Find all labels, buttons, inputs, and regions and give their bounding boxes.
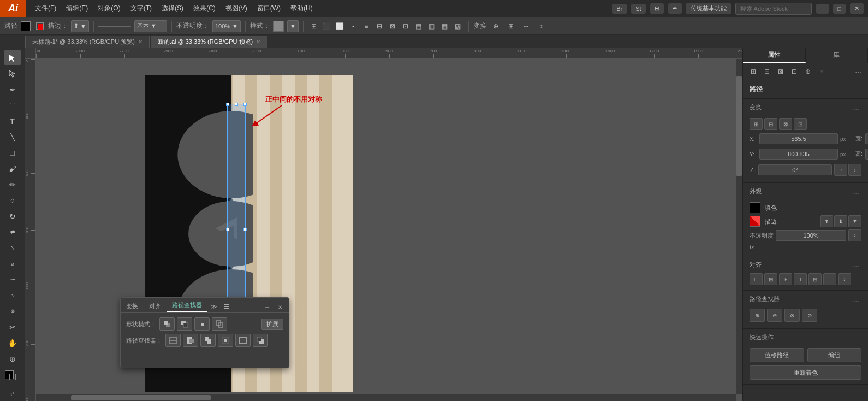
- pathfinder-more[interactable]: ···: [851, 297, 861, 305]
- vscroll-thumb[interactable]: [736, 76, 742, 176]
- transform-icon-1[interactable]: ⊞: [750, 118, 763, 130]
- stroke-down[interactable]: ⬇: [834, 215, 847, 227]
- tool-scissors[interactable]: ✂: [4, 320, 21, 334]
- tbar-align3[interactable]: ⊠: [387, 20, 399, 32]
- vertical-scrollbar[interactable]: [736, 59, 742, 394]
- tbar-align7[interactable]: ▦: [439, 20, 451, 32]
- hscroll-thumb[interactable]: [71, 395, 211, 400]
- stock-btn[interactable]: St: [631, 4, 645, 14]
- pf-trim-btn[interactable]: [183, 334, 198, 347]
- pf-unite[interactable]: ⊕: [750, 309, 765, 322]
- fp-minimize[interactable]: ─: [262, 302, 272, 312]
- fp-tab-transform[interactable]: 变换: [121, 300, 144, 312]
- rpanel-icon-6[interactable]: ≡: [816, 66, 828, 78]
- tool-curvature[interactable]: ⌒: [4, 98, 21, 113]
- align-top[interactable]: ⊤: [794, 273, 807, 285]
- transform-more[interactable]: ···: [851, 105, 861, 114]
- grid-btn[interactable]: ⊞: [650, 3, 664, 14]
- tool-pencil[interactable]: ✏: [4, 177, 21, 192]
- align-center-v[interactable]: ⊟: [808, 273, 822, 285]
- stroke-up[interactable]: ⬆: [820, 215, 833, 227]
- opacity-dropdown[interactable]: 100% ▼: [212, 20, 241, 32]
- menu-object[interactable]: 对象(O): [93, 2, 124, 15]
- align-left[interactable]: ⊨: [750, 273, 763, 285]
- transform-icon-4[interactable]: ⊡: [794, 118, 807, 130]
- rpanel-icon-4[interactable]: ⊡: [788, 66, 800, 78]
- menu-view[interactable]: 视图(V): [221, 2, 252, 15]
- tool-pen[interactable]: ✒: [4, 82, 21, 97]
- tab-1[interactable]: 未标题-1* @ 33.33% (RGB/GPU 预览) ✕: [25, 36, 150, 48]
- rpanel-tab-library[interactable]: 库: [806, 48, 869, 63]
- tbar-select[interactable]: ⊞: [308, 20, 320, 32]
- recolor-btn[interactable]: 重新着色: [750, 365, 861, 380]
- tool-freeform[interactable]: ∿: [4, 288, 21, 303]
- tab-2-close[interactable]: ✕: [256, 39, 260, 45]
- fill-color-swatch[interactable]: [750, 202, 760, 213]
- tbar-align2[interactable]: ⊟: [373, 20, 385, 32]
- style-dropdown[interactable]: ▼: [287, 20, 299, 32]
- sm-minus-front[interactable]: [177, 317, 192, 331]
- pf-minus-back-btn[interactable]: [253, 334, 268, 347]
- menu-effect[interactable]: 效果(C): [189, 2, 220, 15]
- angle-input[interactable]: [758, 164, 832, 175]
- fp-close[interactable]: ✕: [275, 302, 286, 312]
- tbar-flip2[interactable]: ↕: [536, 20, 548, 32]
- tool-hand[interactable]: ✋: [4, 335, 21, 350]
- fp-tab-align[interactable]: 对齐: [144, 300, 167, 312]
- prop-h-input[interactable]: [865, 149, 868, 160]
- tbar-dist[interactable]: ≡: [360, 20, 372, 32]
- group-btn[interactable]: 编组: [807, 348, 862, 362]
- tbar-align-center[interactable]: ⬜: [334, 20, 346, 32]
- rpanel-more[interactable]: ···: [853, 67, 864, 76]
- pf-crop-btn[interactable]: [218, 334, 233, 347]
- stroke-color-swatch[interactable]: [750, 216, 760, 227]
- opacity-input[interactable]: [776, 230, 846, 241]
- tool-reflect[interactable]: ⇌: [4, 225, 21, 239]
- menu-window[interactable]: 窗口(W): [253, 2, 285, 15]
- sm-exclude[interactable]: [212, 317, 227, 331]
- rpanel-icon-5[interactable]: ⊕: [802, 66, 814, 78]
- tbar-align6[interactable]: ▥: [426, 20, 438, 32]
- menu-text[interactable]: 文字(T): [126, 2, 156, 15]
- offset-path-btn[interactable]: 位移路径: [750, 348, 804, 362]
- transform-icon-3[interactable]: ⊠: [779, 118, 792, 130]
- align-bottom[interactable]: ⊥: [823, 273, 836, 285]
- bridge-btn[interactable]: Br: [612, 4, 627, 14]
- sm-intersect[interactable]: [194, 317, 210, 331]
- pf-divide-btn[interactable]: [165, 334, 181, 347]
- pf-outline-btn[interactable]: [235, 334, 251, 347]
- horizontal-scrollbar[interactable]: [36, 394, 736, 401]
- transform-icon-2[interactable]: ⊟: [764, 118, 777, 130]
- minimize-btn[interactable]: ─: [816, 4, 829, 14]
- tool-line[interactable]: ╲: [4, 129, 21, 144]
- fp-tab-pathfinder[interactable]: 路径查找器: [167, 299, 207, 312]
- prop-x-input[interactable]: [759, 133, 838, 144]
- stroke-style-dropdown[interactable]: 基本 ▼: [134, 20, 167, 32]
- tool-width[interactable]: ⊸: [4, 272, 21, 287]
- rpanel-icon-3[interactable]: ⊠: [775, 66, 787, 78]
- rpanel-icon-2[interactable]: ⊟: [761, 66, 773, 78]
- tbar-flip[interactable]: ↔: [520, 20, 532, 32]
- tool-zoom[interactable]: ⊕: [4, 351, 21, 366]
- expand-btn[interactable]: 扩展: [261, 319, 283, 330]
- pf-minus[interactable]: ⊖: [767, 309, 782, 322]
- tbar-align8[interactable]: ▧: [452, 20, 464, 32]
- tab-2[interactable]: 新的.ai @ 33.33% (RGB/GPU 预览) ✕: [151, 36, 267, 48]
- fp-menu-icon[interactable]: ☰: [221, 301, 233, 312]
- close-btn[interactable]: ✕: [850, 3, 864, 14]
- prop-y-input[interactable]: [759, 149, 838, 160]
- stroke-more[interactable]: ▼: [848, 215, 861, 227]
- prop-w-input[interactable]: [865, 133, 868, 144]
- tbar-align4[interactable]: ⊡: [400, 20, 412, 32]
- workspace-btn[interactable]: 传统基本功能: [686, 3, 731, 14]
- tool-blend[interactable]: ⊗: [4, 304, 21, 319]
- tool-text[interactable]: T: [4, 114, 21, 128]
- align-right[interactable]: ⊦: [779, 273, 792, 285]
- flip-v-btn[interactable]: ↕: [848, 164, 861, 176]
- appearance-more[interactable]: ···: [851, 189, 861, 198]
- tbar-align5[interactable]: ▤: [413, 20, 425, 32]
- menu-select[interactable]: 选择(S): [157, 2, 188, 15]
- align-more[interactable]: ···: [851, 262, 861, 270]
- fp-tab-more[interactable]: ≫: [207, 301, 221, 312]
- tab-1-close[interactable]: ✕: [138, 39, 142, 45]
